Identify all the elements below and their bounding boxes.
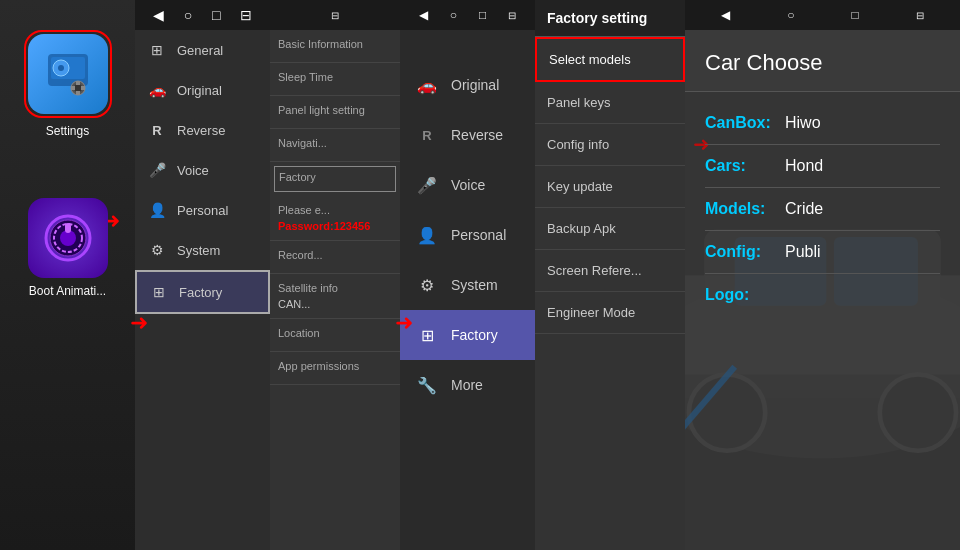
menu-personal[interactable]: 👤 Personal xyxy=(135,190,270,230)
arrow-indicator-3: ➜ xyxy=(395,310,413,336)
please-section[interactable]: Please e... Password:123456 xyxy=(270,196,400,241)
menu-general[interactable]: ⊞ General xyxy=(135,30,270,70)
settings-label: Settings xyxy=(46,124,89,138)
menu-btn-4[interactable]: ⊟ xyxy=(508,10,516,21)
password-display: Password:123456 xyxy=(278,220,392,232)
nav-factory[interactable]: ⊞ Factory xyxy=(400,310,535,360)
personal-icon: 👤 xyxy=(147,200,167,220)
nav-factory-label: Factory xyxy=(451,327,498,343)
factory-engineer-mode[interactable]: Engineer Mode xyxy=(535,292,685,334)
panel-keys-label: Panel keys xyxy=(547,95,611,110)
settings-app-icon xyxy=(28,34,108,114)
svg-point-22 xyxy=(880,374,956,450)
nav-system-icon: ⚙ xyxy=(415,273,439,297)
factory-settings-header: Factory setting xyxy=(535,0,685,37)
nav-personal-label: Personal xyxy=(451,227,506,243)
navigation-section[interactable]: Navigati... xyxy=(270,129,400,162)
system-label: System xyxy=(177,243,220,258)
nav-personal[interactable]: 👤 Personal xyxy=(400,210,535,260)
recent-btn-6[interactable]: □ xyxy=(851,8,858,22)
satellite-section[interactable]: Satellite info CAN... xyxy=(270,274,400,319)
status-bar-3: ⊟ xyxy=(331,10,339,21)
nav-voice-icon: 🎤 xyxy=(415,173,439,197)
models-label: Models: xyxy=(705,200,785,218)
location-section[interactable]: Location xyxy=(270,319,400,352)
record-section[interactable]: Record... xyxy=(270,241,400,274)
recent-btn-2[interactable]: □ xyxy=(212,7,220,23)
svg-rect-9 xyxy=(71,86,75,90)
back-btn-6[interactable]: ◀ xyxy=(721,8,730,22)
panel-light-section[interactable]: Panel light setting xyxy=(270,96,400,129)
config-info-label: Config info xyxy=(547,137,609,152)
cars-label: Cars: xyxy=(705,157,785,175)
factory-nav-panel: ◀ ○ □ ⊟ 🚗 Original R Reverse 🎤 Voice 👤 P… xyxy=(400,0,535,550)
back-btn-2[interactable]: ◀ xyxy=(153,7,164,23)
menu-reverse[interactable]: R Reverse xyxy=(135,110,270,150)
satellite-value: CAN... xyxy=(278,298,392,310)
nav-bar-4: ◀ ○ □ ⊟ xyxy=(400,0,535,30)
factory-config-info[interactable]: Config info ➜ xyxy=(535,124,685,166)
home-btn-4[interactable]: ○ xyxy=(450,8,457,22)
backup-apk-label: Backup Apk xyxy=(547,221,616,236)
settings-sidebar: ◀ ○ □ ⊟ ⊞ General 🚗 Original R Reverse 🎤… xyxy=(135,0,270,550)
settings-menu-list: ⊞ General 🚗 Original R Reverse 🎤 Voice 👤… xyxy=(135,30,270,550)
factory-backup-apk[interactable]: Backup Apk xyxy=(535,208,685,250)
nav-personal-icon: 👤 xyxy=(415,223,439,247)
canbox-row: CanBox: Hiwo xyxy=(685,102,960,144)
car-choose-panel: ◀ ○ □ ⊟ Car Choose CanBox: Hiwo Cars: xyxy=(685,0,960,550)
nav-factory-icon: ⊞ xyxy=(415,323,439,347)
nav-bar-6: ◀ ○ □ ⊟ xyxy=(685,0,960,30)
cars-value: Hond xyxy=(785,157,823,175)
svg-rect-7 xyxy=(76,81,80,85)
home-btn-6[interactable]: ○ xyxy=(787,8,794,22)
recent-btn-4[interactable]: □ xyxy=(479,8,486,22)
boot-animation-app[interactable]: Boot Animati... xyxy=(28,198,108,298)
menu-voice[interactable]: 🎤 Voice xyxy=(135,150,270,190)
reverse-icon: R xyxy=(147,120,167,140)
reverse-label: Reverse xyxy=(177,123,225,138)
original-label: Original xyxy=(177,83,222,98)
nav-more[interactable]: 🔧 More xyxy=(400,360,535,410)
factory-select-models[interactable]: Select models xyxy=(535,37,685,82)
nav-reverse-icon: R xyxy=(415,123,439,147)
svg-rect-10 xyxy=(81,86,85,90)
home-btn-2[interactable]: ○ xyxy=(184,7,192,23)
factory-screen-reference[interactable]: Screen Refere... xyxy=(535,250,685,292)
config-value: Publi xyxy=(785,243,821,261)
nav-more-icon: 🔧 xyxy=(415,373,439,397)
car-choose-content: CanBox: Hiwo Cars: Hond Models: Cride Co… xyxy=(685,92,960,550)
models-row: Models: Cride xyxy=(685,188,960,230)
original-icon: 🚗 xyxy=(147,80,167,100)
system-icon: ⚙ xyxy=(147,240,167,260)
settings-app[interactable]: Settings xyxy=(24,30,112,138)
satellite-label: Satellite info xyxy=(278,282,392,294)
back-btn-4[interactable]: ◀ xyxy=(419,8,428,22)
boot-app-icon xyxy=(28,198,108,278)
app-launcher-panel: Settings ➜ Boot Animati... xyxy=(0,0,135,550)
nav-voice[interactable]: 🎤 Voice xyxy=(400,160,535,210)
engineer-mode-label: Engineer Mode xyxy=(547,305,635,320)
logo-label: Logo: xyxy=(705,286,785,304)
menu-btn-2[interactable]: ⊟ xyxy=(240,7,252,23)
basic-info-panel: ⊟ Basic Information Sleep Time Panel lig… xyxy=(270,0,400,550)
models-value: Cride xyxy=(785,200,823,218)
config-row: Config: Publi xyxy=(685,231,960,273)
menu-original[interactable]: 🚗 Original xyxy=(135,70,270,110)
nav-original[interactable]: 🚗 Original xyxy=(400,60,535,110)
sleep-time-section[interactable]: Sleep Time xyxy=(270,63,400,96)
nav-reverse-label: Reverse xyxy=(451,127,503,143)
nav-reverse[interactable]: R Reverse xyxy=(400,110,535,160)
app-permissions-section[interactable]: App permissions xyxy=(270,352,400,385)
factory-panel-keys[interactable]: Panel keys xyxy=(535,82,685,124)
factory-key-update[interactable]: Key update xyxy=(535,166,685,208)
svg-rect-8 xyxy=(76,91,80,95)
nav-menu-list: 🚗 Original R Reverse 🎤 Voice 👤 Personal … xyxy=(400,60,535,550)
menu-factory[interactable]: ⊞ Factory xyxy=(135,270,270,314)
panel-light-label: Panel light setting xyxy=(278,104,392,116)
factory-icon-2: ⊞ xyxy=(149,282,169,302)
factory-box-label: Factory xyxy=(279,171,391,183)
nav-system[interactable]: ⚙ System xyxy=(400,260,535,310)
screen-reference-label: Screen Refere... xyxy=(547,263,642,278)
menu-btn-6[interactable]: ⊟ xyxy=(916,10,924,21)
menu-system[interactable]: ⚙ System xyxy=(135,230,270,270)
